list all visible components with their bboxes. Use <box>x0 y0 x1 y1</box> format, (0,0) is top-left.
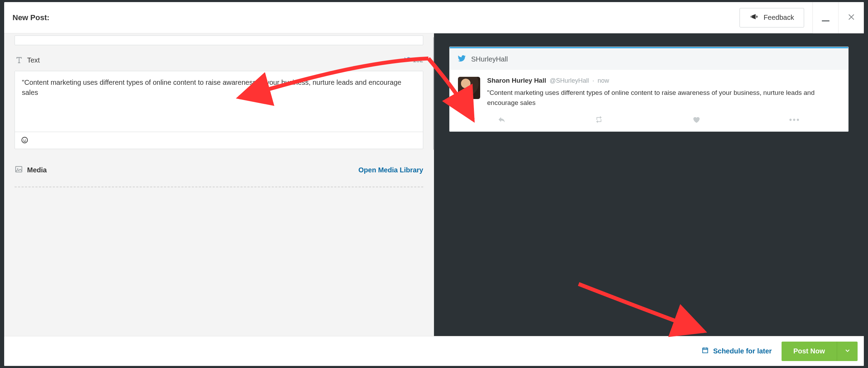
tweet-byline: Sharon Hurley Hall @SHurleyHall · now <box>487 77 840 84</box>
post-button-group: Post Now <box>782 342 858 361</box>
svg-point-1 <box>23 139 24 140</box>
text-section-label: Text <box>27 56 40 64</box>
previous-section-placeholder <box>15 35 423 45</box>
post-options-button[interactable] <box>837 342 858 361</box>
media-section-header: Media Open Media Library <box>15 165 423 175</box>
tweet-actions: ••• <box>450 111 848 131</box>
modal-header: New Post: Feedback <box>4 2 864 33</box>
text-toolbar <box>15 132 423 149</box>
tweet-preview-header: SHurleyHall <box>450 47 848 70</box>
svg-point-2 <box>25 139 26 140</box>
post-now-button[interactable]: Post Now <box>782 342 837 361</box>
chevron-down-icon <box>844 347 851 355</box>
more-icon: ••• <box>789 115 800 125</box>
post-text-input[interactable] <box>15 71 423 130</box>
tweet-body: Sharon Hurley Hall @SHurleyHall · now "C… <box>450 70 848 111</box>
new-post-modal: New Post: Feedback Text <box>4 2 864 366</box>
text-icon <box>15 56 27 65</box>
char-count-value: 152 <box>413 57 423 64</box>
megaphone-icon <box>750 12 759 23</box>
modal-footer: Schedule for later Post Now <box>4 336 864 366</box>
schedule-for-later-link[interactable]: Schedule for later <box>701 346 772 356</box>
minimize-icon <box>822 20 829 22</box>
tweet-text: "Content marketing uses different types … <box>487 88 840 108</box>
avatar <box>458 77 480 99</box>
timestamp: now <box>598 77 609 84</box>
schedule-label: Schedule for later <box>713 347 772 355</box>
preview-account-name: SHurleyHall <box>471 55 508 63</box>
composer-scrollbar[interactable] <box>433 36 434 151</box>
feedback-label: Feedback <box>763 14 794 22</box>
display-name: Sharon Hurley Hall <box>487 77 546 84</box>
retweet-icon <box>595 115 603 125</box>
handle: @SHurleyHall <box>550 77 589 84</box>
byline-separator: · <box>592 77 594 84</box>
like-icon <box>692 115 700 125</box>
modal-body: Text 152 <box>4 33 864 336</box>
image-icon <box>15 165 27 175</box>
text-section-header: Text 152 <box>15 56 423 65</box>
close-button[interactable] <box>838 2 864 33</box>
reply-icon <box>498 115 506 125</box>
twitter-char-counter: 152 <box>404 56 423 65</box>
tweet-preview-card: SHurleyHall Sharon Hurley Hall @SHurleyH… <box>449 47 849 132</box>
minimize-button[interactable] <box>812 2 838 33</box>
smile-icon <box>21 136 28 145</box>
twitter-icon <box>404 56 411 65</box>
media-section-label: Media <box>27 166 47 174</box>
open-media-library-link[interactable]: Open Media Library <box>358 166 423 174</box>
svg-point-4 <box>17 168 18 169</box>
preview-panel: SHurleyHall Sharon Hurley Hall @SHurleyH… <box>434 33 864 336</box>
composer-panel: Text 152 <box>4 33 434 336</box>
calendar-icon <box>701 346 709 356</box>
emoji-picker-button[interactable] <box>20 136 30 145</box>
media-dropzone[interactable] <box>15 187 423 190</box>
twitter-icon <box>457 54 466 64</box>
svg-point-0 <box>22 137 28 143</box>
close-icon <box>848 13 855 22</box>
modal-title: New Post: <box>12 13 740 22</box>
text-card <box>15 71 423 149</box>
feedback-button[interactable]: Feedback <box>740 8 804 27</box>
